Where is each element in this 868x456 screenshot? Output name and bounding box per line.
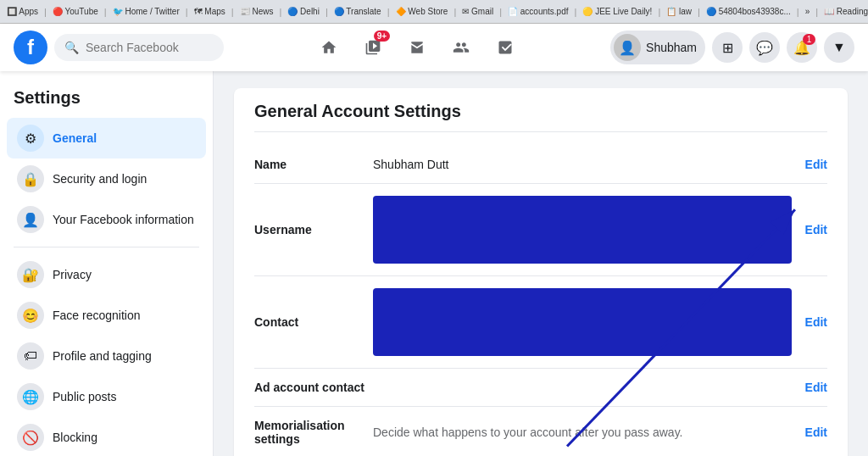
username-row: Username Edit [254, 184, 827, 276]
browser-bar: 🔲 Apps | 🔴 YouTube | 🐦 Home / Twitter | … [0, 0, 868, 24]
search-input[interactable] [86, 41, 214, 54]
name-value: Shubham Dutt [373, 158, 792, 171]
browser-tab-gmail[interactable]: ✉ Gmail [462, 7, 493, 16]
blocking-icon: 🚫 [17, 424, 44, 451]
search-bar[interactable]: 🔍 [54, 34, 224, 61]
profile-tagging-icon: 🏷 [17, 342, 44, 370]
messenger-button[interactable]: 💬 [749, 32, 780, 63]
sidebar-item-blocking[interactable]: 🚫 Blocking [7, 417, 206, 456]
browser-tab-accounts[interactable]: 📄 accounts.pdf [508, 7, 568, 16]
sidebar-item-label: Face recognition [53, 309, 141, 322]
video-nav-button[interactable]: 9+ [353, 27, 393, 68]
sidebar: Settings ⚙ General 🔒 Security and login … [0, 71, 214, 456]
sidebar-item-public-posts[interactable]: 🌐 Public posts [7, 376, 206, 417]
settings-card: General Account Settings Name Shubham Du… [234, 88, 848, 456]
browser-tab-youtube[interactable]: 🔴 YouTube [53, 7, 98, 16]
sidebar-item-label: Blocking [53, 431, 97, 444]
sidebar-item-face-recognition[interactable]: 😊 Face recognition [7, 295, 206, 336]
fb-info-icon: 👤 [17, 206, 44, 233]
settings-page-title: General Account Settings [254, 102, 827, 132]
sidebar-item-label: General [53, 131, 97, 145]
browser-tab-twitter[interactable]: 🐦 Home / Twitter [113, 7, 180, 16]
memorialisation-label: Memorialisation settings [254, 419, 373, 446]
browser-tab-delhi[interactable]: 🔵 Delhi [287, 7, 320, 16]
name-row: Name Shubham Dutt Edit [254, 146, 827, 184]
sidebar-item-label: Public posts [53, 390, 116, 403]
facebook-navbar: f 🔍 9+ 👤 Shubham ⊞ 💬 🔔 [0, 24, 868, 71]
contact-edit-button[interactable]: Edit [792, 315, 827, 329]
ad-account-contact-row: Ad account contact Edit [254, 369, 827, 407]
notifications-button[interactable]: 🔔 1 [787, 32, 817, 63]
sidebar-item-general[interactable]: ⚙ General [7, 118, 206, 158]
account-menu-button[interactable]: ▼ [824, 32, 854, 63]
sidebar-item-security[interactable]: 🔒 Security and login [7, 158, 206, 199]
privacy-icon: 🔐 [17, 261, 44, 288]
browser-tab-misc[interactable]: 🔵 54804bos43938c... [706, 7, 791, 16]
sidebar-item-label: Your Facebook information [53, 213, 194, 226]
sidebar-item-profile-tagging[interactable]: 🏷 Profile and tagging [7, 336, 206, 376]
browser-tab-news[interactable]: 📰 News [240, 7, 274, 16]
notifications-badge: 1 [803, 34, 815, 45]
public-posts-icon: 🌐 [17, 383, 44, 410]
sidebar-item-label: Profile and tagging [53, 349, 152, 363]
browser-tab-law[interactable]: 📋 law [666, 7, 692, 16]
ad-account-edit-button[interactable]: Edit [792, 381, 827, 394]
username-label: Username [254, 223, 373, 236]
memorialisation-desc: Decide what happens to your account afte… [373, 425, 792, 439]
browser-tab-translate[interactable]: 🔵 Translate [334, 7, 381, 16]
grid-menu-button[interactable]: ⊞ [712, 32, 743, 63]
sidebar-item-label: Privacy [53, 268, 92, 281]
contact-label: Contact [254, 315, 373, 329]
memorialisation-edit-button[interactable]: Edit [792, 425, 827, 439]
name-edit-button[interactable]: Edit [792, 158, 827, 171]
sidebar-divider [14, 247, 199, 247]
nav-center: 9+ [309, 27, 526, 68]
username-value-blurred [373, 196, 792, 264]
security-icon: 🔒 [17, 165, 44, 192]
browser-tab-webstore[interactable]: 🔶 Web Store [396, 7, 448, 16]
home-nav-button[interactable] [309, 27, 349, 68]
content-area: General Account Settings Name Shubham Du… [214, 71, 868, 456]
memorialisation-row: Memorialisation settings Decide what hap… [254, 407, 827, 456]
name-label: Name [254, 158, 373, 171]
search-icon: 🔍 [64, 41, 79, 54]
browser-tab-more[interactable]: » [805, 7, 810, 16]
main-layout: Settings ⚙ General 🔒 Security and login … [0, 71, 868, 456]
username-label: Shubham [646, 41, 697, 54]
sidebar-item-fb-info[interactable]: 👤 Your Facebook information [7, 199, 206, 240]
browser-tab-apps[interactable]: 🔲 Apps [7, 7, 38, 16]
browser-tab-reading[interactable]: 📖 Reading Lis... [824, 7, 868, 16]
sidebar-title: Settings [0, 81, 213, 118]
username-edit-button[interactable]: Edit [792, 223, 827, 236]
sidebar-item-privacy[interactable]: 🔐 Privacy [7, 254, 206, 295]
activity-nav-button[interactable] [485, 27, 526, 68]
video-badge: 9+ [374, 31, 390, 42]
face-recognition-icon: 😊 [17, 302, 44, 329]
browser-tab-maps[interactable]: 🗺 Maps [194, 7, 225, 16]
avatar: 👤 [614, 34, 641, 61]
contact-row: Contact Edit [254, 276, 827, 369]
general-icon: ⚙ [17, 125, 44, 152]
nav-right: 👤 Shubham ⊞ 💬 🔔 1 ▼ [610, 31, 854, 64]
user-profile-button[interactable]: 👤 Shubham [610, 31, 705, 64]
store-nav-button[interactable] [397, 27, 437, 68]
sidebar-item-label: Security and login [53, 172, 147, 186]
ad-account-label: Ad account contact [254, 381, 373, 394]
browser-tab-jee[interactable]: 🟡 JEE Live Daily! [582, 7, 652, 16]
friends-nav-button[interactable] [441, 27, 481, 68]
contact-value-blurred [373, 288, 792, 356]
facebook-logo[interactable]: f [14, 31, 47, 64]
